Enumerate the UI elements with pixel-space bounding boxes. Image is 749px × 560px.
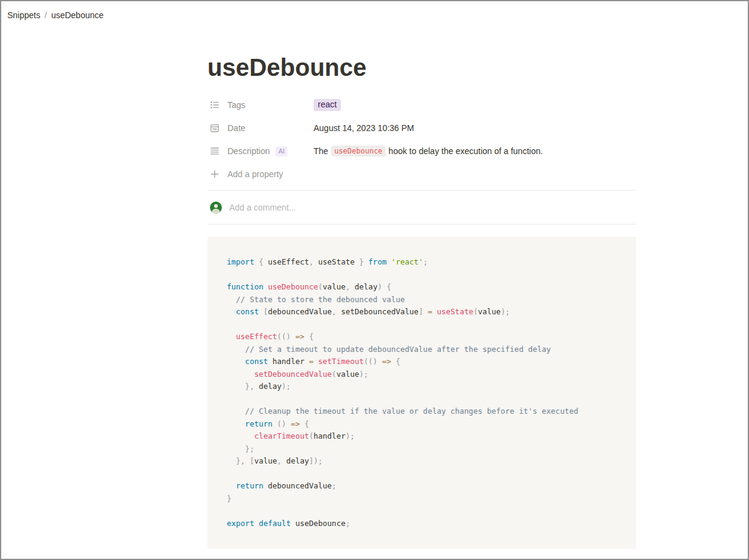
code-line: // State to store the debounced value (227, 294, 617, 306)
code-line: clearTimeout(handler); (227, 430, 617, 443)
code-line: }, [value, delay]); (227, 455, 617, 468)
code-line: useEffect(() => { (227, 331, 617, 343)
property-name: Tags (227, 100, 246, 110)
add-property-row: Add a property (207, 163, 636, 186)
code-line: // Cleanup the timeout if the value or d… (227, 405, 617, 418)
comment-input[interactable]: Add a comment... (229, 203, 296, 212)
comment-row: Add a comment... (207, 191, 636, 224)
code-line (227, 269, 617, 282)
properties-panel: Tags react Date August 14, 2023 10:36 PM (207, 93, 636, 186)
code-line: const handler = setTimeout(() => { (227, 356, 617, 368)
code-line (227, 468, 617, 481)
code-line: return debouncedValue; (227, 480, 617, 493)
code-content: import { useEffect, useState } from 'rea… (227, 256, 617, 530)
add-property-label: Add a property (227, 169, 283, 179)
property-value-description[interactable]: The useDebounce hook to delay the execut… (314, 146, 543, 157)
code-line: }, delay); (227, 380, 617, 393)
property-row-date: Date August 14, 2023 10:36 PM (207, 116, 636, 140)
code-line (227, 505, 617, 518)
code-line: }; (227, 443, 617, 456)
code-line: const [debouncedValue, setDebouncedValue… (227, 306, 617, 319)
property-name: Description (227, 146, 270, 156)
code-line: return () => { (227, 418, 617, 431)
property-value-date[interactable]: August 14, 2023 10:36 PM (314, 123, 414, 133)
breadcrumb-separator: / (40, 9, 51, 21)
code-line: setDebouncedValue(value); (227, 368, 617, 381)
breadcrumb: Snippets / useDebounce (1, 1, 748, 21)
code-line: function useDebounce(value, delay) { (227, 281, 617, 294)
property-label-date[interactable]: Date (210, 123, 314, 133)
code-line: import { useEffect, useState } from 'rea… (227, 256, 617, 269)
description-inline-code: useDebounce (331, 146, 385, 157)
code-line: } (227, 493, 617, 505)
code-block[interactable]: import { useEffect, useState } from 'rea… (207, 237, 636, 549)
code-line: // Set a timeout to update debouncedValu… (227, 343, 617, 356)
ai-badge: AI (275, 146, 287, 157)
breadcrumb-item-usedebounce[interactable]: useDebounce (51, 9, 103, 21)
tag-react[interactable]: react (314, 99, 341, 111)
divider (207, 224, 636, 224)
page-title[interactable]: useDebounce (207, 53, 636, 82)
code-line: export default useDebounce; (227, 518, 617, 530)
page-content: useDebounce Tags (207, 53, 636, 549)
calendar-icon (210, 123, 220, 133)
description-text-before: The (314, 146, 328, 156)
bulleted-list-icon (210, 100, 220, 110)
code-line (227, 393, 617, 406)
property-row-tags: Tags react (207, 93, 636, 116)
description-text-after: hook to delay the execution of a functio… (389, 146, 543, 156)
user-avatar-icon (210, 201, 222, 214)
breadcrumb-item-snippets[interactable]: Snippets (7, 9, 40, 21)
add-property-button[interactable]: Add a property (210, 169, 314, 179)
avatar (210, 201, 222, 214)
text-lines-icon (210, 146, 220, 156)
property-row-description: Description AI The useDebounce hook to d… (207, 140, 636, 163)
property-label-description[interactable]: Description AI (210, 146, 314, 157)
property-label-tags[interactable]: Tags (210, 100, 314, 110)
code-line (227, 319, 617, 331)
page: { "breadcrumb": { "items": [ { "label": … (0, 0, 749, 560)
date-value: August 14, 2023 10:36 PM (314, 123, 414, 133)
property-name: Date (227, 123, 246, 133)
plus-icon (210, 169, 220, 179)
property-value-tags[interactable]: react (314, 99, 341, 111)
